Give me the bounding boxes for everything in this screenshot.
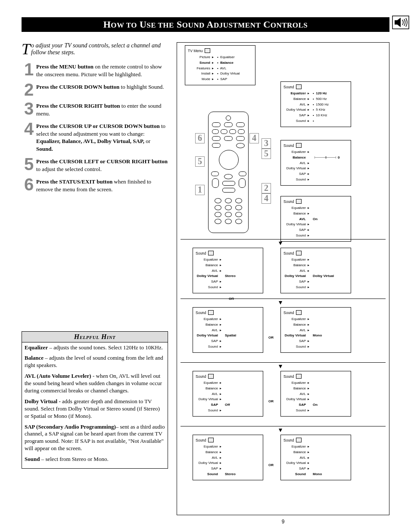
menu-panel: Sound Equalizer▸• 120 HzBalance▸• 500 Hz… bbox=[280, 81, 351, 127]
step-number: 1 bbox=[22, 62, 36, 77]
callout-4: 4 bbox=[249, 133, 259, 143]
hint-item: Dolby Virtual - adds greater depth and d… bbox=[25, 398, 165, 420]
separator bbox=[181, 299, 386, 299]
svg-marker-1 bbox=[395, 18, 401, 27]
hint-item: Sound – select from Stereo or Mono. bbox=[25, 456, 165, 463]
or-label: OR bbox=[268, 336, 274, 339]
or-label: OR bbox=[268, 399, 274, 403]
step-5: 5Press the CURSOR LEFT or CURSOR RIGHT b… bbox=[22, 157, 168, 173]
hint-title: Helpful Hint bbox=[22, 332, 168, 342]
down-arrow-icon bbox=[279, 429, 282, 432]
page-title-banner: HOW TO USE THE SOUND ADJUSTMENT CONTROLS bbox=[22, 17, 389, 32]
intro-text: To adjust your TV sound controls, select… bbox=[22, 42, 168, 56]
page-number: 9 bbox=[177, 519, 389, 525]
menu-panel: Sound Equalizer▸Balance▸AVL▸Dolby Virtua… bbox=[280, 371, 351, 417]
callout-3: 3 bbox=[262, 138, 271, 149]
step-1: 1Press the MENU button on the remote con… bbox=[22, 62, 168, 78]
menu-panel: Sound Equalizer▸Balance▸AVL▸Dolby Virtua… bbox=[280, 248, 351, 293]
step-text: Press the MENU button on the remote cont… bbox=[36, 62, 168, 78]
hint-item: AVL (Auto Volume Leveler) - when On, AVL… bbox=[25, 373, 165, 395]
callout-4: 4 bbox=[262, 193, 271, 204]
step-4: 4Press the CURSOR UP or CURSOR DOWN butt… bbox=[22, 121, 168, 152]
callout-1: 1 bbox=[195, 185, 205, 195]
menu-panel: Sound Equalizer▸Balance▸AVL▸Dolby Virtua… bbox=[280, 307, 351, 353]
menu-panel: Sound Equalizer▸Balance▸AVL▸Dolby Virtua… bbox=[193, 435, 263, 480]
separator bbox=[181, 239, 386, 240]
menu-panel: Sound Equalizer▸Balance▸AVL▸Dolby Virtua… bbox=[193, 307, 263, 353]
step-text: Press the CURSOR DOWN button to highligh… bbox=[36, 82, 164, 91]
helpful-hint-box: Helpful Hint Equalizer – adjusts the sou… bbox=[22, 331, 168, 469]
step-text: Press the CURSOR UP or CURSOR DOWN butto… bbox=[36, 121, 168, 152]
menu-panel: Sound Equalizer▸Balance▸AVL▸Dolby Virtua… bbox=[280, 435, 351, 480]
page-title: HOW TO USE THE SOUND ADJUSTMENT CONTROLS bbox=[103, 19, 308, 30]
hint-item: Balance – adjusts the level of sound com… bbox=[25, 355, 165, 369]
step-2: 2Press the CURSOR DOWN button to highlig… bbox=[22, 82, 168, 97]
hint-item: Equalizer – adjusts the sound tones. Sel… bbox=[25, 344, 165, 352]
step-text: Press the CURSOR LEFT or CURSOR RIGHT bu… bbox=[36, 157, 168, 173]
menu-panel: TV Menu Picture▸• EqualiserSound▸• Balan… bbox=[185, 45, 255, 85]
step-text: Press the CURSOR RIGHT button to enter t… bbox=[36, 101, 168, 117]
menu-panel: Sound Equalizer▸Balance▸AVLOnDolby Virtu… bbox=[280, 196, 351, 242]
menu-flow-diagram: TV Menu Picture▸• EqualiserSound▸• Balan… bbox=[177, 42, 389, 515]
remote-control bbox=[208, 112, 249, 233]
callout-5: 5 bbox=[195, 156, 205, 167]
menu-panel: Sound Equalizer▸Balance▸AVL▸Dolby Virtua… bbox=[193, 248, 263, 293]
step-number: 6 bbox=[22, 177, 36, 192]
step-6: 6Press the STATUS/EXIT button when finis… bbox=[22, 177, 168, 193]
step-number: 3 bbox=[22, 101, 36, 116]
menu-panel: Sound Equalizer▸Balance0AVL▸Dolby Virtua… bbox=[280, 140, 351, 186]
down-arrow-icon bbox=[279, 301, 282, 305]
or-label: OR bbox=[268, 463, 274, 467]
menu-panel: Sound Equalizer▸Balance▸AVL▸Dolby Virtua… bbox=[193, 371, 263, 417]
callout-5: 5 bbox=[262, 149, 271, 159]
separator bbox=[181, 362, 386, 363]
step-number: 5 bbox=[22, 157, 36, 171]
callout-6: 6 bbox=[195, 133, 205, 143]
step-text: Press the STATUS/EXIT button when finish… bbox=[36, 177, 168, 193]
separator bbox=[181, 426, 386, 426]
speaker-icon bbox=[392, 16, 409, 29]
down-arrow-icon bbox=[279, 242, 282, 245]
down-arrow-icon bbox=[279, 365, 282, 368]
step-3: 3Press the CURSOR RIGHT button to enter … bbox=[22, 101, 168, 117]
instructions-column: To adjust your TV sound controls, select… bbox=[22, 42, 168, 525]
step-number: 2 bbox=[22, 82, 36, 97]
step-number: 4 bbox=[22, 121, 36, 136]
hint-item: SAP (Secondary Audio Programming)– sent … bbox=[25, 423, 165, 453]
callout-2: 2 bbox=[262, 183, 271, 193]
